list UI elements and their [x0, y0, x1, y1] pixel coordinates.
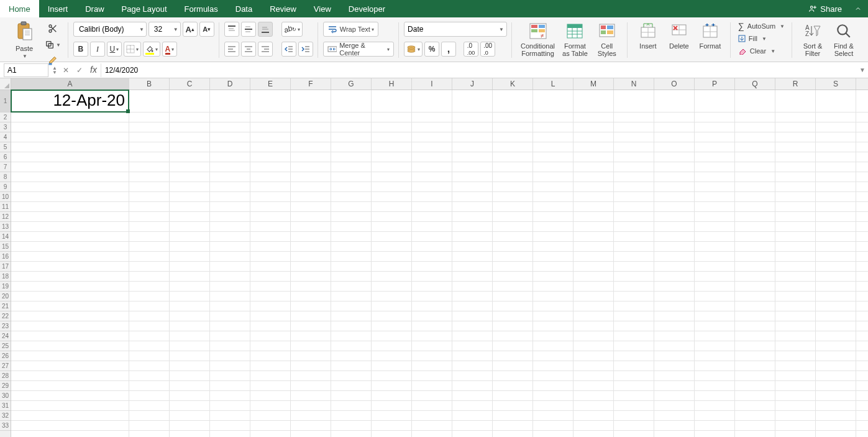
underline-button[interactable]: U▾ [107, 42, 122, 57]
row-header-25[interactable]: 25 [0, 341, 11, 351]
tab-home[interactable]: Home [0, 0, 39, 17]
row-header-16[interactable]: 16 [0, 252, 11, 262]
tab-data[interactable]: Data [227, 0, 261, 17]
conditional-formatting-button[interactable]: ≠ Conditional Formatting [517, 20, 559, 62]
decrease-indent-button[interactable] [281, 42, 296, 57]
column-header-D[interactable]: D [210, 78, 250, 90]
autosum-button[interactable]: ∑ AutoSum ▼ [736, 20, 787, 32]
row-header-33[interactable]: 33 [0, 421, 11, 431]
row-header-32[interactable]: 32 [0, 411, 11, 421]
row-header-22[interactable]: 22 [0, 311, 11, 321]
row-header-24[interactable]: 24 [0, 331, 11, 341]
row-header-11[interactable]: 11 [0, 202, 11, 212]
tab-page-layout[interactable]: Page Layout [113, 0, 176, 17]
increase-font-size-button[interactable]: A▴ [183, 22, 198, 37]
column-header-G[interactable]: G [331, 78, 372, 90]
row-header-1[interactable]: 1 [0, 90, 11, 113]
row-header-28[interactable]: 28 [0, 371, 11, 381]
insert-function-button[interactable]: fx [86, 65, 101, 75]
comma-format-button[interactable]: , [441, 42, 456, 57]
column-header-R[interactable]: R [775, 78, 816, 90]
column-header-C[interactable]: C [170, 78, 210, 90]
decrease-font-size-button[interactable]: A▾ [199, 22, 214, 37]
format-painter-button[interactable] [42, 53, 63, 68]
align-middle-button[interactable] [241, 22, 256, 37]
tab-developer[interactable]: Developer [340, 0, 394, 17]
row-header-4[interactable]: 4 [0, 132, 11, 142]
increase-indent-button[interactable] [298, 42, 313, 57]
column-header-B[interactable]: B [129, 78, 170, 90]
sort-filter-button[interactable]: AZ Sort & Filter [797, 20, 828, 62]
italic-button[interactable]: I [90, 42, 105, 57]
select-all-corner[interactable] [0, 78, 11, 90]
increase-decimal-button[interactable]: .0.00 [464, 42, 478, 57]
row-header-8[interactable]: 8 [0, 172, 11, 182]
row-header-23[interactable]: 23 [0, 321, 11, 331]
row-header-14[interactable]: 14 [0, 232, 11, 242]
borders-button[interactable]: ▾ [124, 42, 141, 57]
row-header-3[interactable]: 3 [0, 122, 11, 132]
row-header-6[interactable]: 6 [0, 152, 11, 162]
wrap-text-button[interactable]: Wrap Text ▾ [323, 22, 378, 37]
fill-handle[interactable] [126, 109, 130, 113]
column-header-J[interactable]: J [452, 78, 493, 90]
align-bottom-button[interactable] [258, 22, 273, 37]
font-name-input[interactable] [76, 23, 138, 35]
row-header-26[interactable]: 26 [0, 351, 11, 361]
row-header-29[interactable]: 29 [0, 381, 11, 391]
enter-formula-button[interactable]: ✓ [73, 66, 86, 75]
column-header-M[interactable]: M [573, 78, 614, 90]
fill-button[interactable]: Fill ▼ [736, 32, 787, 45]
column-header-Q[interactable]: Q [735, 78, 775, 90]
tab-view[interactable]: View [305, 0, 340, 17]
clear-button[interactable]: Clear ▼ [736, 45, 787, 57]
number-format-combo[interactable]: ▼ [404, 22, 507, 37]
expand-formula-bar-button[interactable]: ▼ [857, 67, 868, 73]
fill-color-button[interactable]: ▾ [143, 42, 160, 57]
font-size-combo[interactable]: ▼ [148, 22, 181, 37]
insert-cells-button[interactable]: Insert [633, 20, 664, 62]
cut-button[interactable] [42, 21, 63, 36]
tab-draw[interactable]: Draw [76, 0, 112, 17]
row-header-10[interactable]: 10 [0, 192, 11, 202]
delete-cells-button[interactable]: Delete [664, 20, 695, 62]
font-size-input[interactable] [151, 23, 172, 35]
column-header-I[interactable]: I [412, 78, 452, 90]
align-left-button[interactable] [224, 42, 239, 57]
cell-styles-button[interactable]: Cell Styles [592, 20, 623, 62]
merge-center-button[interactable]: Merge & Center ▾ [323, 42, 394, 57]
row-header-31[interactable]: 31 [0, 401, 11, 411]
column-header-A[interactable]: A [11, 78, 129, 90]
column-header-O[interactable]: O [654, 78, 695, 90]
formula-input[interactable] [101, 63, 857, 77]
decrease-decimal-button[interactable]: .00.0 [480, 42, 495, 57]
format-as-table-button[interactable]: Format as Table [559, 20, 592, 62]
row-header-12[interactable]: 12 [0, 212, 11, 222]
column-header-H[interactable]: H [372, 78, 412, 90]
row-header-19[interactable]: 19 [0, 282, 11, 292]
row-header-5[interactable]: 5 [0, 142, 11, 152]
column-header-F[interactable]: F [291, 78, 331, 90]
spreadsheet-grid[interactable]: ABCDEFGHIJKLMNOPQRS 12345678910111213141… [0, 78, 868, 437]
row-header-30[interactable]: 30 [0, 391, 11, 401]
row-header-18[interactable]: 18 [0, 272, 11, 282]
format-cells-button[interactable]: Format [695, 20, 726, 62]
align-right-button[interactable] [258, 42, 273, 57]
share-button[interactable]: Share [802, 0, 848, 17]
row-header-20[interactable]: 20 [0, 292, 11, 301]
tab-formulas[interactable]: Formulas [176, 0, 227, 17]
row-header-2[interactable]: 2 [0, 113, 11, 122]
align-top-button[interactable] [224, 22, 239, 37]
row-header-17[interactable]: 17 [0, 262, 11, 272]
number-format-input[interactable] [404, 23, 495, 35]
accounting-format-button[interactable]: ▾ [404, 42, 423, 57]
copy-button[interactable]: ▼ [42, 37, 63, 52]
column-header-L[interactable]: L [533, 78, 573, 90]
find-select-button[interactable]: Find & Select [828, 20, 859, 62]
column-header-S[interactable]: S [816, 78, 856, 90]
bold-button[interactable]: B [73, 42, 88, 57]
column-header-E[interactable]: E [250, 78, 291, 90]
font-color-button[interactable]: A ▾ [162, 42, 177, 57]
row-header-7[interactable]: 7 [0, 162, 11, 172]
selected-cell[interactable]: 12-Apr-20 [11, 90, 129, 113]
